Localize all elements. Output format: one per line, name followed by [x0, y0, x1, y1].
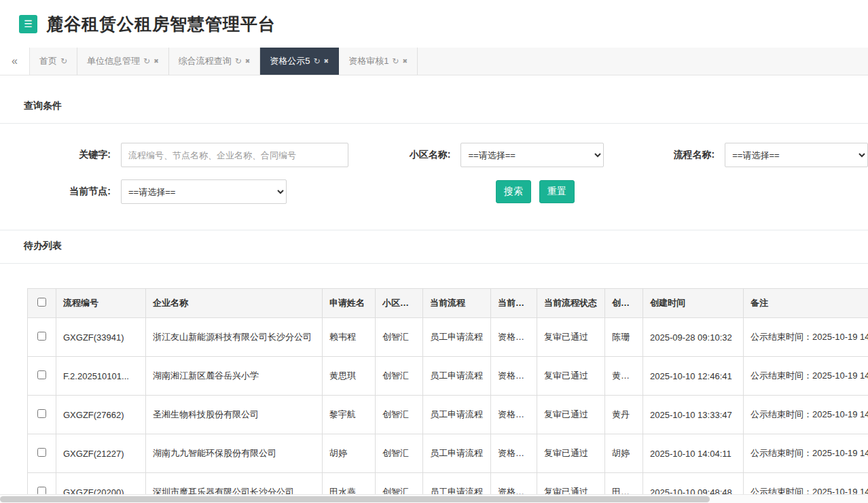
- tab-refresh-icon[interactable]: ↻: [392, 56, 399, 66]
- table-cell: 2025-10-10 13:33:47: [643, 396, 744, 434]
- table-cell: GXGZF(21227): [56, 434, 146, 473]
- table-cell: 资格公示: [491, 434, 537, 473]
- tab-close-icon[interactable]: ✖: [153, 58, 159, 65]
- table-cell: 赖韦程: [323, 318, 376, 357]
- table-cell: 复审已通过: [537, 357, 605, 396]
- tab-refresh-icon[interactable]: ↻: [60, 56, 67, 66]
- row-checkbox[interactable]: [37, 370, 46, 379]
- table-row[interactable]: GXGZF(21227)湖南九九智能环保股份有限公司胡婷创智汇员工申请流程资格公…: [28, 434, 868, 473]
- todo-table: 流程编号企业名称申请姓名小区名称当前流程当前节点当前流程状态创建人创建时间备注 …: [27, 288, 868, 503]
- table-cell: 湖南九九智能环保股份有限公司: [146, 434, 323, 473]
- tab-label: 资格审核1: [348, 55, 388, 67]
- row-checkbox[interactable]: [37, 332, 46, 341]
- search-form: 关键字: 小区名称: ==请选择== 流程名称: ==请选择== 当前节点: =…: [0, 124, 868, 230]
- tab-bar: « 首页↻单位信息管理↻✖综合流程查询↻✖资格公示5↻✖资格审核1↻✖: [0, 48, 868, 75]
- row-checkbox-cell: [28, 357, 56, 396]
- tab-4[interactable]: 资格公示5↻✖: [260, 48, 339, 75]
- tab-refresh-icon[interactable]: ↻: [314, 56, 321, 66]
- row-checkbox-cell: [28, 434, 56, 473]
- tab-2[interactable]: 单位信息管理↻✖: [77, 48, 169, 75]
- table-row[interactable]: F.2.202510101...湖南湘江新区麓谷岳兴小学黄思琪创智汇员工申请流程…: [28, 357, 868, 396]
- tab-close-icon[interactable]: ✖: [402, 58, 408, 65]
- keyword-input[interactable]: [121, 143, 348, 167]
- table-cell: 2025-09-28 09:10:32: [643, 318, 744, 357]
- tab-5[interactable]: 资格审核1↻✖: [339, 48, 418, 75]
- table-cell: 2025-10-10 14:04:11: [643, 434, 744, 473]
- table-cell: 资格公示: [491, 357, 537, 396]
- table-body: GXGZF(33941)浙江友山新能源科技有限公司长沙分公司赖韦程创智汇员工申请…: [28, 318, 868, 503]
- table-cell: 浙江友山新能源科技有限公司长沙分公司: [146, 318, 323, 357]
- table-cell: GXGZF(33941): [56, 318, 146, 357]
- select-all-checkbox[interactable]: [37, 298, 46, 307]
- table-cell: 资格公示: [491, 396, 537, 434]
- table-cell: 员工申请流程: [423, 318, 491, 357]
- tabs-collapse-button[interactable]: «: [0, 48, 30, 75]
- row-checkbox[interactable]: [37, 409, 46, 418]
- search-button[interactable]: 搜索: [496, 180, 531, 203]
- table-cell: 湖南湘江新区麓谷岳兴小学: [146, 357, 323, 396]
- row-checkbox-cell: [28, 318, 56, 357]
- table-cell: 胡婷: [323, 434, 376, 473]
- column-header: 当前节点: [491, 289, 537, 318]
- search-form-row-1: 关键字: 小区名称: ==请选择== 流程名称: ==请选择==: [10, 143, 868, 167]
- table-cell: 创智汇: [376, 357, 423, 396]
- tab-3[interactable]: 综合流程查询↻✖: [169, 48, 261, 75]
- todo-table-wrapper: 流程编号企业名称申请姓名小区名称当前流程当前节点当前流程状态创建人创建时间备注 …: [27, 288, 868, 503]
- reset-button[interactable]: 重置: [539, 180, 575, 203]
- tab-label: 综合流程查询: [179, 55, 232, 67]
- tab-1[interactable]: 首页↻: [30, 48, 77, 75]
- table-row[interactable]: GXGZF(33941)浙江友山新能源科技有限公司长沙分公司赖韦程创智汇员工申请…: [28, 318, 868, 357]
- table-cell: 创智汇: [376, 396, 423, 434]
- page-title: 麓谷租赁公租房智慧管理平台: [46, 13, 276, 35]
- tab-refresh-icon[interactable]: ↻: [235, 56, 242, 66]
- table-cell: 胡婷: [605, 434, 643, 473]
- table-cell: 资格公示: [491, 318, 537, 357]
- hamburger-menu-button[interactable]: ☰: [19, 15, 37, 33]
- table-cell: 黄思琪: [605, 357, 643, 396]
- column-header: 申请姓名: [323, 289, 376, 318]
- community-label: 小区名称:: [393, 149, 450, 161]
- table-cell: 黄思琪: [323, 357, 376, 396]
- select-all-header-cell: [28, 289, 56, 318]
- table-cell: 员工申请流程: [423, 357, 491, 396]
- table-cell: 2025-10-10 12:46:41: [643, 357, 744, 396]
- table-row[interactable]: GXGZF(27662)圣湘生物科技股份有限公司黎宇航创智汇员工申请流程资格公示…: [28, 396, 868, 434]
- column-header: 当前流程状态: [537, 289, 605, 318]
- table-cell: 员工申请流程: [423, 434, 491, 473]
- table-header-row: 流程编号企业名称申请姓名小区名称当前流程当前节点当前流程状态创建人创建时间备注: [28, 289, 868, 318]
- table-cell: 黎宇航: [323, 396, 376, 434]
- table-cell: 陈珊: [605, 318, 643, 357]
- app-header: ☰ 麓谷租赁公租房智慧管理平台: [0, 0, 868, 48]
- search-buttons: 搜索 重置: [496, 180, 575, 203]
- tab-close-icon[interactable]: ✖: [324, 58, 329, 65]
- hamburger-icon: ☰: [24, 18, 33, 29]
- column-header: 企业名称: [146, 289, 323, 318]
- todo-list-title: 待办列表: [0, 230, 868, 264]
- double-left-arrow-icon: «: [12, 55, 18, 67]
- table-cell: 员工申请流程: [423, 396, 491, 434]
- table-cell: F.2.202510101...: [56, 357, 146, 396]
- node-label: 当前节点:: [10, 186, 111, 198]
- column-header: 小区名称: [376, 289, 423, 318]
- table-cell: 圣湘生物科技股份有限公司: [146, 396, 323, 434]
- tab-label: 资格公示5: [270, 55, 310, 67]
- table-cell: 黄丹: [605, 396, 643, 434]
- community-select[interactable]: ==请选择==: [460, 143, 604, 167]
- row-checkbox[interactable]: [37, 448, 46, 457]
- table-cell: 复审已通过: [537, 434, 605, 473]
- table-cell: 复审已通过: [537, 396, 605, 434]
- horizontal-scrollbar[interactable]: [0, 494, 868, 503]
- tab-list: 首页↻单位信息管理↻✖综合流程查询↻✖资格公示5↻✖资格审核1↻✖: [30, 48, 418, 75]
- column-header: 当前流程: [423, 289, 491, 318]
- horizontal-scrollbar-thumb[interactable]: [0, 496, 710, 502]
- search-form-row-2: 当前节点: ==请选择== 搜索 重置: [10, 179, 868, 204]
- keyword-label: 关键字:: [10, 149, 111, 161]
- tab-close-icon[interactable]: ✖: [245, 58, 251, 65]
- tab-refresh-icon[interactable]: ↻: [143, 56, 150, 66]
- row-checkbox-cell: [28, 396, 56, 434]
- process-select[interactable]: ==请选择==: [725, 143, 868, 167]
- table-cell: 公示结束时间：2025-10-19 14:20:44: [744, 318, 868, 357]
- table-cell: 公示结束时间：2025-10-19 14:18:10: [744, 434, 868, 473]
- node-select[interactable]: ==请选择==: [121, 179, 287, 204]
- column-header: 创建时间: [643, 289, 744, 318]
